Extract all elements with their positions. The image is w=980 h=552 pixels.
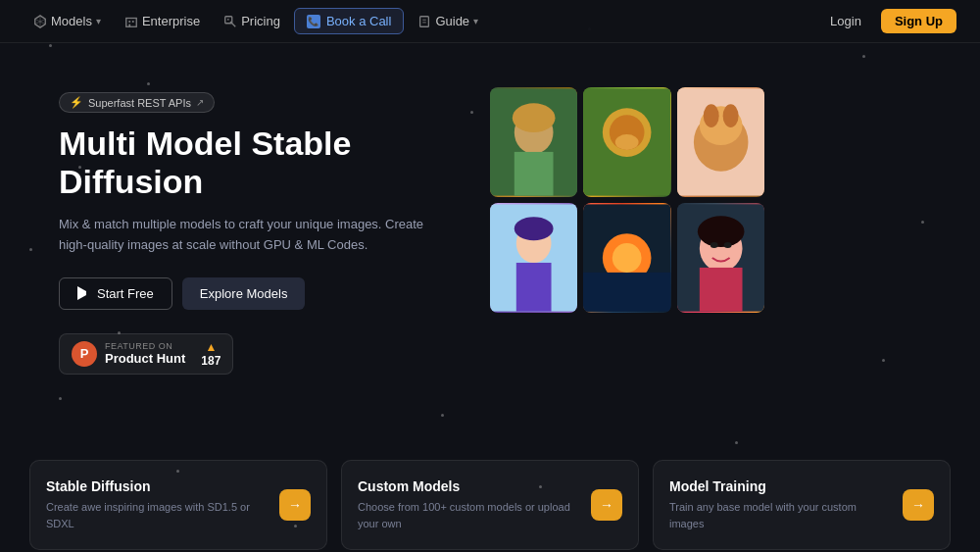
badge-text: Superfast REST APIs bbox=[88, 97, 191, 109]
feature-desc-2: Choose from 100+ custom models or upload… bbox=[358, 499, 577, 531]
ph-arrow-icon: ▲ bbox=[205, 340, 217, 354]
svg-point-33 bbox=[698, 216, 745, 247]
play-icon bbox=[77, 286, 91, 300]
ph-name: Product Hunt bbox=[105, 351, 185, 366]
badge-link-icon: ↗ bbox=[196, 97, 204, 108]
nav-right: Login Sign Up bbox=[820, 9, 956, 33]
nav-book-call[interactable]: 📞 Book a Call bbox=[294, 8, 404, 34]
explore-models-button[interactable]: Explore Models bbox=[182, 277, 306, 310]
hero-left: ⚡ Superfast REST APIs ↗ Multi Model Stab… bbox=[59, 82, 451, 444]
start-free-label: Start Free bbox=[97, 286, 154, 301]
hero-title: Multi Model Stable Diffusion bbox=[59, 125, 451, 201]
hero-section: ⚡ Superfast REST APIs ↗ Multi Model Stab… bbox=[0, 43, 980, 444]
feature-card-stable-diffusion: Stable Diffusion Create awe inspiring im… bbox=[29, 460, 327, 550]
svg-point-21 bbox=[722, 104, 738, 127]
grid-image-5 bbox=[583, 203, 670, 313]
feature-btn-1[interactable]: → bbox=[279, 489, 311, 521]
feature-title-2: Custom Models bbox=[358, 478, 577, 494]
login-button[interactable]: Login bbox=[820, 9, 871, 33]
guide-caret: ▾ bbox=[473, 16, 478, 26]
svg-rect-2 bbox=[132, 21, 134, 23]
ph-logo: P bbox=[72, 341, 97, 367]
svg-rect-3 bbox=[128, 24, 130, 26]
cube-icon bbox=[33, 15, 47, 28]
feature-desc-1: Create awe inspiring images with SD1.5 o… bbox=[46, 499, 266, 531]
ph-score-value: 187 bbox=[201, 354, 220, 368]
enterprise-label: Enterprise bbox=[142, 14, 200, 28]
pricing-label: Pricing bbox=[241, 14, 280, 28]
product-hunt-badge[interactable]: P FEATURED ON Product Hunt ▲ 187 bbox=[59, 333, 233, 375]
nav-enterprise[interactable]: Enterprise bbox=[115, 9, 210, 33]
svg-point-34 bbox=[710, 242, 717, 248]
phone-icon: 📞 bbox=[307, 15, 320, 28]
grid-image-6 bbox=[677, 203, 764, 313]
nav-models[interactable]: Models ▾ bbox=[24, 9, 111, 33]
svg-rect-24 bbox=[516, 263, 552, 312]
book-icon bbox=[417, 15, 431, 28]
tag-icon bbox=[223, 15, 237, 28]
svg-point-25 bbox=[514, 217, 554, 240]
svg-point-12 bbox=[513, 103, 556, 132]
nav-left: Models ▾ Enterprise Pricing 📞 Book a Cal… bbox=[24, 8, 488, 34]
start-free-button[interactable]: Start Free bbox=[59, 277, 172, 310]
svg-rect-11 bbox=[514, 152, 554, 196]
api-badge: ⚡ Superfast REST APIs ↗ bbox=[59, 92, 215, 113]
lightning-icon: ⚡ bbox=[70, 96, 83, 109]
feature-card-text-1: Stable Diffusion Create awe inspiring im… bbox=[46, 478, 266, 531]
book-call-label: Book a Call bbox=[326, 14, 391, 28]
nav-guide[interactable]: Guide ▾ bbox=[408, 9, 488, 33]
svg-point-29 bbox=[612, 243, 642, 273]
feature-card-model-training: Model Training Train any base model with… bbox=[653, 460, 951, 550]
feature-card-text-2: Custom Models Choose from 100+ custom mo… bbox=[358, 478, 577, 531]
models-caret: ▾ bbox=[96, 16, 101, 26]
hero-image-grid bbox=[490, 87, 764, 313]
ph-score: ▲ 187 bbox=[201, 340, 220, 368]
hero-description: Mix & match multiple models to craft you… bbox=[59, 215, 451, 256]
svg-rect-28 bbox=[583, 273, 670, 312]
svg-rect-0 bbox=[126, 18, 137, 26]
hero-buttons: Start Free Explore Models bbox=[59, 277, 451, 310]
guide-label: Guide bbox=[435, 14, 469, 28]
grid-image-1 bbox=[490, 87, 577, 197]
feature-title-1: Stable Diffusion bbox=[46, 478, 266, 494]
grid-image-4 bbox=[490, 203, 577, 313]
feature-btn-3[interactable]: → bbox=[903, 489, 934, 521]
svg-point-16 bbox=[615, 134, 639, 150]
building-icon bbox=[124, 15, 138, 28]
svg-point-35 bbox=[723, 242, 731, 248]
grid-image-3 bbox=[677, 87, 764, 197]
svg-rect-32 bbox=[699, 268, 742, 312]
svg-rect-1 bbox=[128, 21, 130, 23]
nav-pricing[interactable]: Pricing bbox=[214, 9, 290, 33]
svg-rect-6 bbox=[420, 16, 429, 26]
models-label: Models bbox=[51, 14, 92, 28]
grid-image-2 bbox=[583, 87, 670, 197]
feature-desc-3: Train any base model with your custom im… bbox=[669, 499, 889, 531]
signup-button[interactable]: Sign Up bbox=[881, 9, 956, 33]
ph-featured-text: FEATURED ON bbox=[105, 341, 185, 351]
feature-card-custom-models: Custom Models Choose from 100+ custom mo… bbox=[341, 460, 639, 550]
feature-btn-2[interactable]: → bbox=[591, 489, 622, 521]
feature-cards-section: Stable Diffusion Create awe inspiring im… bbox=[0, 460, 980, 550]
svg-point-5 bbox=[227, 18, 229, 20]
feature-title-3: Model Training bbox=[669, 478, 889, 494]
ph-text: FEATURED ON Product Hunt bbox=[105, 341, 185, 366]
feature-card-text-3: Model Training Train any base model with… bbox=[669, 478, 889, 531]
svg-point-20 bbox=[703, 104, 718, 127]
navbar: Models ▾ Enterprise Pricing 📞 Book a Cal… bbox=[0, 0, 980, 43]
